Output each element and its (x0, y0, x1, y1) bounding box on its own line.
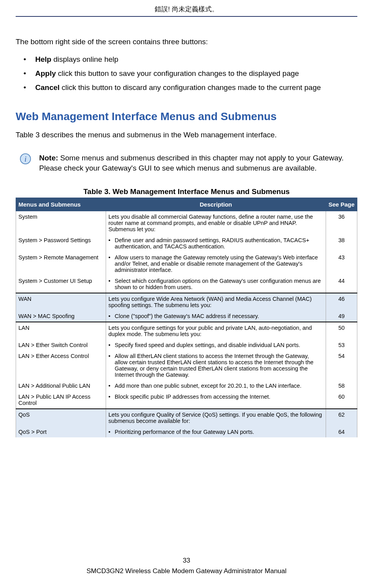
col-header-menus: Menus and Submenus (16, 198, 106, 211)
page-cell: 46 (326, 293, 357, 311)
desc-cell: Specify fixed speed and duplex settings,… (106, 340, 326, 351)
desc-cell: Lets you configure Wide Area Network (WA… (106, 293, 326, 311)
svg-text:i: i (24, 155, 26, 163)
note-box: i Note: Some menus and submenus describe… (16, 153, 357, 174)
page-cell: 53 (326, 340, 357, 351)
table-row: WANLets you configure Wide Area Network … (16, 293, 357, 311)
col-header-page: See Page (326, 198, 357, 211)
menu-cell: LAN (16, 322, 106, 340)
page-cell: 54 (326, 351, 357, 380)
table-row: SystemLets you disable all commercial Ga… (16, 211, 357, 235)
menu-cell: System > Remote Management (16, 252, 106, 275)
intro-button-list: Help displays online help Apply click th… (23, 52, 357, 95)
table-row: LAN > Additional Public LANAdd more than… (16, 380, 357, 391)
info-icon: i (20, 153, 31, 166)
desc-cell: Block specific pubic IP addresses from a… (106, 391, 326, 409)
desc-cell: Lets you configure Quality of Service (Q… (106, 409, 326, 426)
menu-cell: System > Password Settings (16, 235, 106, 252)
page-cell: 38 (326, 235, 357, 252)
table-row: System > Customer UI SetupSelect which c… (16, 275, 357, 293)
note-text: Note: Some menus and submenus described … (39, 153, 353, 174)
menu-cell: LAN > Ether Switch Control (16, 340, 106, 351)
doc-title: SMCD3GN2 Wireless Cable Modem Gateway Ad… (0, 566, 373, 576)
table-row: System > Password SettingsDefine user an… (16, 235, 357, 252)
table-row: LAN > Public LAN IP Access ControlBlock … (16, 391, 357, 409)
desc-cell: Clone ("spoof") the Gateway's MAC addres… (106, 311, 326, 322)
menu-cell: QoS > Port (16, 426, 106, 437)
menu-cell: LAN > Ether Access Control (16, 351, 106, 380)
page-cell: 50 (326, 322, 357, 340)
table-row: LAN > Ether Switch ControlSpecify fixed … (16, 340, 357, 351)
intro-item-apply: Apply click this button to save your con… (23, 67, 357, 81)
page-cell: 44 (326, 275, 357, 293)
table-row: WAN > MAC SpoofingClone ("spoof") the Ga… (16, 311, 357, 322)
menu-cell: LAN > Additional Public LAN (16, 380, 106, 391)
table-row: QoSLets you configure Quality of Service… (16, 409, 357, 426)
menu-cell: LAN > Public LAN IP Access Control (16, 391, 106, 409)
header-error-text: 錯誤! 尚未定義樣式。 (16, 0, 357, 16)
intro-item-cancel: Cancel click this button to discard any … (23, 81, 357, 95)
menu-cell: WAN (16, 293, 106, 311)
menu-cell: QoS (16, 409, 106, 426)
desc-cell: Allow all EtherLAN client stations to ac… (106, 351, 326, 380)
section-heading: Web Management Interface Menus and Subme… (16, 110, 357, 123)
header-divider (16, 16, 357, 17)
page-cell: 62 (326, 409, 357, 426)
desc-cell: Define user and admin password settings,… (106, 235, 326, 252)
intro-item-help: Help displays online help (23, 52, 357, 67)
desc-cell: Select which configuration options on th… (106, 275, 326, 293)
page-cell: 36 (326, 211, 357, 235)
table-caption: Table 3. Web Management Interface Menus … (16, 187, 357, 196)
desc-cell: Add more than one public subnet, except … (106, 380, 326, 391)
desc-cell: Allow users to manage the Gateway remote… (106, 252, 326, 275)
page-cell: 49 (326, 311, 357, 322)
table-row: QoS > PortPrioritizing performance of th… (16, 426, 357, 437)
menu-cell: WAN > MAC Spoofing (16, 311, 106, 322)
page-cell: 58 (326, 380, 357, 391)
section-intro: Table 3 describes the menus and submenus… (16, 131, 357, 139)
page-cell: 60 (326, 391, 357, 409)
page-footer: 33 SMCD3GN2 Wireless Cable Modem Gateway… (0, 555, 373, 576)
desc-cell: Lets you disable all commercial Gateway … (106, 211, 326, 235)
menu-cell: System > Customer UI Setup (16, 275, 106, 293)
desc-cell: Lets you configure settings for your pub… (106, 322, 326, 340)
intro-line: The bottom right side of the screen cont… (16, 36, 357, 48)
table-row: LANLets you configure settings for your … (16, 322, 357, 340)
page-cell: 64 (326, 426, 357, 437)
menu-cell: System (16, 211, 106, 235)
table-row: LAN > Ether Access ControlAllow all Ethe… (16, 351, 357, 380)
page-number: 33 (0, 555, 373, 566)
col-header-description: Description (106, 198, 326, 211)
menus-table: Menus and Submenus Description See Page … (16, 198, 357, 437)
table-row: System > Remote ManagementAllow users to… (16, 252, 357, 275)
desc-cell: Prioritizing performance of the four Gat… (106, 426, 326, 437)
page-cell: 43 (326, 252, 357, 275)
